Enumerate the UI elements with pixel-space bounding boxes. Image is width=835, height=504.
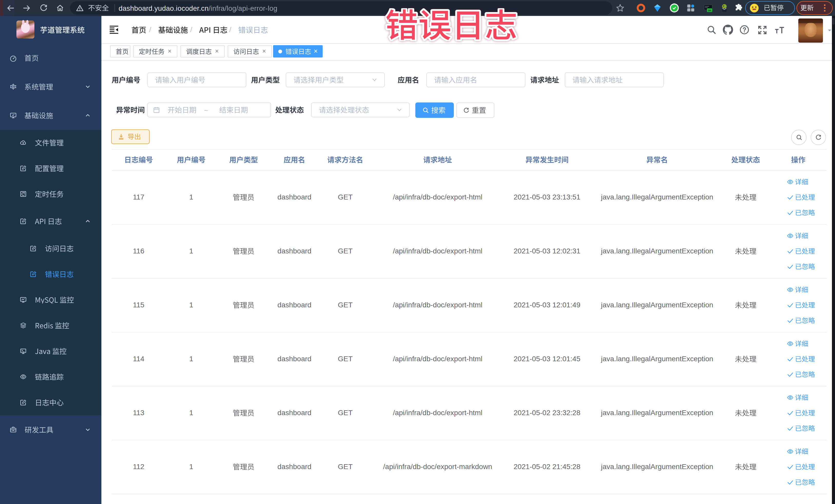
svg-text:on: on [708,9,711,12]
